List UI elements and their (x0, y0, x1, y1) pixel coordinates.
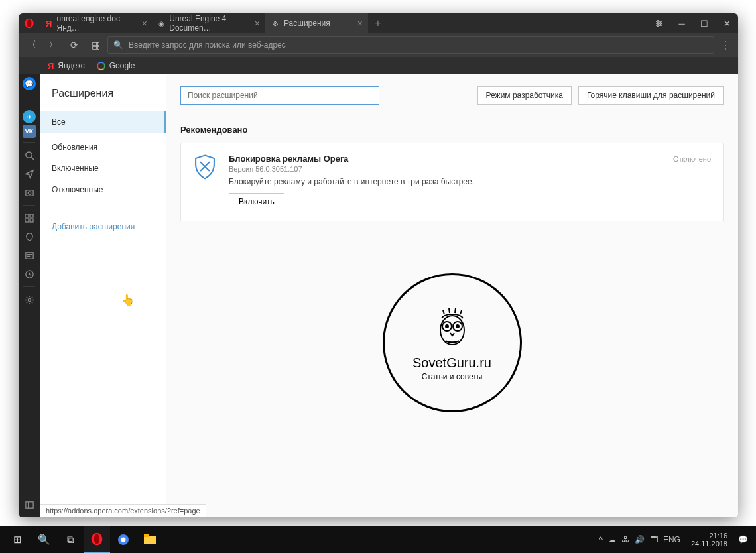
extensions-nav: Расширения Все Обновления Включенные Отк… (40, 74, 166, 517)
tray-onedrive-icon[interactable]: ☁ (608, 535, 616, 544)
taskbar-chrome[interactable] (110, 526, 137, 553)
nav-item-all[interactable]: Все (40, 111, 166, 133)
svg-rect-26 (144, 534, 149, 537)
telegram-icon[interactable]: ✈ (23, 110, 36, 123)
tab-label: Расширения (284, 19, 330, 28)
section-heading: Рекомендовано (180, 125, 724, 135)
back-button[interactable]: 〈 (23, 36, 41, 54)
svg-rect-6 (25, 190, 32, 195)
speed-dial-button[interactable]: ▦ (86, 36, 105, 54)
close-icon[interactable]: × (142, 18, 147, 29)
tray-clock[interactable]: 21:16 24.11.2018 (686, 532, 733, 548)
svg-point-24 (121, 538, 126, 542)
extension-card: Блокировка рекламы Opera Версия 56.0.305… (180, 143, 724, 221)
shield-icon (193, 154, 217, 210)
minimize-button[interactable]: ─ (670, 13, 693, 33)
tray-volume-icon[interactable]: 🔊 (635, 535, 645, 544)
forward-button[interactable]: 〉 (44, 36, 62, 54)
hotkeys-button[interactable]: Горячие клавиши для расширений (578, 86, 724, 105)
whatsapp-icon[interactable] (21, 92, 38, 109)
extensions-main: Режим разработчика Горячие клавиши для р… (166, 74, 738, 517)
sidebar-toggle-icon[interactable] (21, 496, 38, 513)
watermark-sub: Статьи и советы (422, 372, 483, 381)
svg-rect-12 (25, 252, 32, 258)
add-extensions-link[interactable]: Добавить расширения (40, 215, 166, 238)
svg-point-4 (657, 25, 659, 27)
enable-button[interactable]: Включить (229, 193, 284, 210)
svg-rect-10 (25, 219, 29, 222)
google-icon (97, 62, 105, 70)
svg-point-7 (28, 191, 31, 194)
extension-version: Версия 56.0.3051.107 (229, 165, 661, 173)
page-title: Расширения (40, 88, 166, 99)
search-icon[interactable] (21, 147, 38, 164)
tray-chevron-icon[interactable]: ^ (599, 535, 603, 544)
new-tab-button[interactable]: + (368, 13, 388, 33)
tab-1[interactable]: ◉ Unreal Engine 4 Documen… × (153, 13, 265, 33)
tray-language[interactable]: ENG (663, 535, 680, 544)
vk-icon[interactable]: VK (23, 125, 36, 138)
titlebar: Я unreal engine doc — Янд… × ◉ Unreal En… (19, 13, 738, 33)
site-icon: ◉ (158, 19, 165, 28)
close-icon[interactable]: × (357, 18, 363, 29)
kebab-menu-button[interactable]: ⋮ (717, 39, 734, 52)
svg-point-22 (94, 534, 99, 544)
maximize-button[interactable]: ☐ (693, 13, 716, 33)
nav-item-updates[interactable]: Обновления (40, 137, 166, 158)
snapshot-icon[interactable] (21, 184, 38, 201)
taskbar-opera[interactable] (84, 526, 110, 553)
address-placeholder: Введите запрос для поиска или веб-адрес (129, 40, 286, 50)
clock-date: 24.11.2018 (691, 540, 727, 548)
toolbar: 〈 〉 ⟳ ▦ 🔍 Введите запрос для поиска или … (19, 33, 738, 57)
developer-mode-button[interactable]: Режим разработчика (477, 86, 572, 105)
messenger-icon[interactable]: 💬 (23, 77, 36, 90)
nav-item-disabled[interactable]: Отключенные (40, 179, 166, 200)
tab-0[interactable]: Я unreal engine doc — Янд… × (40, 13, 153, 33)
settings-icon[interactable] (21, 291, 38, 308)
extension-status: Отключено (673, 155, 711, 163)
separator (23, 142, 35, 143)
tab-label: Unreal Engine 4 Documen… (169, 14, 251, 32)
speed-dial-icon[interactable] (21, 210, 38, 227)
search-extensions-input[interactable] (180, 86, 379, 105)
personal-news-icon[interactable] (21, 165, 38, 182)
bookmarks-icon[interactable] (21, 228, 38, 245)
bookmark-yandex[interactable]: ЯЯндекс (48, 61, 85, 71)
svg-rect-9 (30, 214, 33, 217)
easy-setup-button[interactable] (648, 13, 670, 33)
svg-rect-11 (30, 219, 33, 222)
close-icon[interactable]: × (255, 18, 260, 29)
windows-taskbar: ⊞ 🔍 ⧉ ^ ☁ 🖧 🔊 🗔 ENG 21:16 24.11.2018 💬 (0, 526, 756, 553)
opera-menu-button[interactable] (19, 18, 40, 29)
separator (23, 205, 35, 206)
status-bar: https://addons.opera.com/extensions/?ref… (40, 504, 206, 517)
news-icon[interactable] (21, 247, 38, 264)
clock-time: 21:16 (691, 532, 727, 540)
svg-rect-8 (25, 214, 29, 217)
separator (23, 286, 35, 287)
svg-rect-15 (25, 501, 32, 507)
search-icon: 🔍 (113, 40, 123, 50)
watermark-logo: SovetGuru.ru Статьи и советы (383, 273, 522, 412)
bookmark-google[interactable]: Google (97, 61, 135, 70)
taskbar-explorer[interactable] (137, 526, 163, 553)
nav-item-enabled[interactable]: Включенные (40, 158, 166, 179)
bookmark-label: Google (109, 61, 135, 70)
address-bar[interactable]: 🔍 Введите запрос для поиска или веб-адре… (107, 36, 714, 54)
bookmark-label: Яндекс (58, 61, 84, 70)
separator (52, 210, 154, 210)
tray-network-icon[interactable]: 🖧 (621, 535, 629, 544)
yandex-icon: Я (48, 61, 54, 71)
reload-button[interactable]: ⟳ (65, 36, 84, 54)
extension-title: Блокировка рекламы Opera (229, 154, 661, 164)
close-button[interactable]: ✕ (716, 13, 738, 33)
tab-2[interactable]: ⚙ Расширения × (265, 13, 368, 33)
search-button[interactable]: 🔍 (31, 526, 57, 553)
tray-battery-icon[interactable]: 🗔 (650, 535, 658, 544)
notifications-icon[interactable]: 💬 (738, 535, 748, 544)
task-view-button[interactable]: ⧉ (57, 526, 84, 553)
history-icon[interactable] (21, 265, 38, 282)
extensions-icon: ⚙ (271, 19, 280, 28)
opera-sidebar: 💬 ✈ VK (19, 74, 40, 517)
start-button[interactable]: ⊞ (4, 526, 31, 553)
